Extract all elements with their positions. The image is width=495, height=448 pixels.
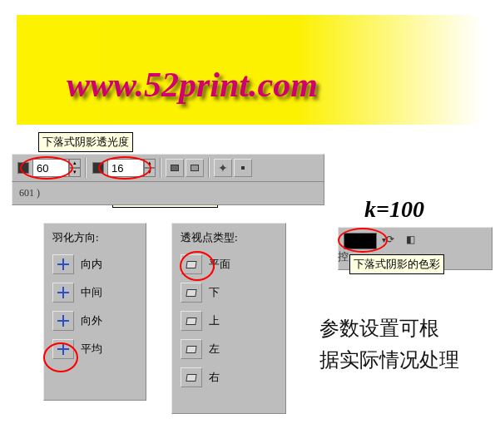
feather-option-average[interactable]: 平均: [47, 337, 139, 362]
perspective-option-left[interactable]: 左: [176, 337, 279, 362]
shadow-color-swatch[interactable]: [344, 233, 377, 249]
option-label: 左: [209, 342, 220, 357]
perspective-icon: [186, 318, 196, 325]
option-label: 平面: [209, 257, 230, 272]
toolbar-sub-row: 601 ): [12, 182, 324, 205]
perspective-type-panel: 透视点类型: 平面 下 上 左 右: [171, 223, 286, 414]
square-icon: [171, 165, 179, 171]
separator: [85, 158, 87, 178]
option-icon-button[interactable]: [181, 339, 202, 359]
spinner-up-icon[interactable]: ▴: [69, 159, 81, 168]
note-line-2: 据实际情况处理: [319, 344, 459, 376]
option-icon-button[interactable]: [181, 367, 202, 387]
option-icon-button[interactable]: [52, 254, 74, 274]
option-label: 中间: [81, 285, 102, 300]
tool-button[interactable]: ✦: [214, 159, 232, 177]
perspective-icon: [186, 261, 196, 268]
feather-input[interactable]: [107, 159, 144, 177]
tooltip-opacity: 下落式阴影透光度: [38, 132, 133, 152]
perspective-option-down[interactable]: 下: [176, 280, 279, 305]
mini-icon[interactable]: ◧: [403, 233, 417, 246]
swatch-icon[interactable]: [17, 162, 29, 174]
perspective-option-up[interactable]: 上: [176, 308, 279, 333]
swatch-icon[interactable]: [92, 162, 104, 174]
tool-button[interactable]: [186, 159, 204, 177]
perspective-option-right[interactable]: 右: [176, 365, 279, 390]
opacity-spinner[interactable]: ▴ ▾: [32, 159, 81, 177]
sub-value: 601 ): [19, 187, 40, 199]
spinner-down-icon[interactable]: ▾: [144, 168, 156, 177]
tool-button[interactable]: [234, 159, 252, 177]
option-label: 平均: [81, 342, 102, 357]
banner-url: www.52print.com: [67, 65, 318, 105]
banner: www.52print.com: [17, 15, 483, 125]
shadow-toolbar: ▴ ▾ ▴ ▾ ✦: [12, 154, 324, 182]
arrows-icon: [57, 343, 69, 355]
spinner-up-icon[interactable]: ▴: [144, 159, 156, 168]
separator: [208, 158, 210, 178]
dot-icon: [241, 166, 245, 170]
tooltip-color: 下落式阴影的色彩: [349, 254, 444, 274]
k-value-text: k=100: [364, 196, 424, 223]
tool-button[interactable]: [166, 159, 184, 177]
perspective-icon: [186, 346, 196, 353]
option-label: 右: [209, 370, 220, 385]
arrows-icon: [57, 258, 69, 270]
option-icon-button[interactable]: [52, 283, 74, 303]
perspective-icon: [186, 374, 196, 382]
option-label: 上: [209, 313, 220, 328]
option-icon-button[interactable]: [52, 311, 74, 331]
feather-spinner[interactable]: ▴ ▾: [107, 159, 156, 177]
option-icon-button[interactable]: [181, 283, 202, 303]
feather-option-inward[interactable]: 向内: [47, 252, 139, 277]
option-icon-button[interactable]: [181, 311, 202, 331]
option-label: 向外: [81, 313, 102, 328]
note-line-1: 参数设置可根: [319, 313, 459, 344]
opacity-input[interactable]: [32, 159, 69, 177]
panel-title: 羽化方向:: [52, 230, 139, 245]
option-label: 下: [209, 285, 220, 300]
perspective-option-flat[interactable]: 平面: [176, 252, 279, 277]
spinner-down-icon[interactable]: ▾: [69, 168, 81, 177]
square-icon: [191, 165, 199, 171]
color-bar-label: 控: [338, 249, 349, 264]
separator: [160, 158, 161, 178]
feather-option-outward[interactable]: 向外: [47, 308, 139, 333]
option-icon-button[interactable]: [181, 254, 202, 274]
feather-direction-panel: 羽化方向: 向内 中间 向外 平均: [43, 223, 146, 401]
feather-option-middle[interactable]: 中间: [47, 280, 139, 305]
option-label: 向内: [81, 257, 102, 272]
option-icon-button[interactable]: [52, 339, 74, 359]
arrows-icon: [57, 315, 69, 327]
arrows-icon: [57, 287, 69, 298]
wand-icon: ✦: [218, 161, 228, 175]
annotation-note: 参数设置可根 据实际情况处理: [319, 313, 459, 376]
perspective-icon: [186, 289, 196, 297]
panel-title: 透视点类型:: [181, 230, 279, 245]
